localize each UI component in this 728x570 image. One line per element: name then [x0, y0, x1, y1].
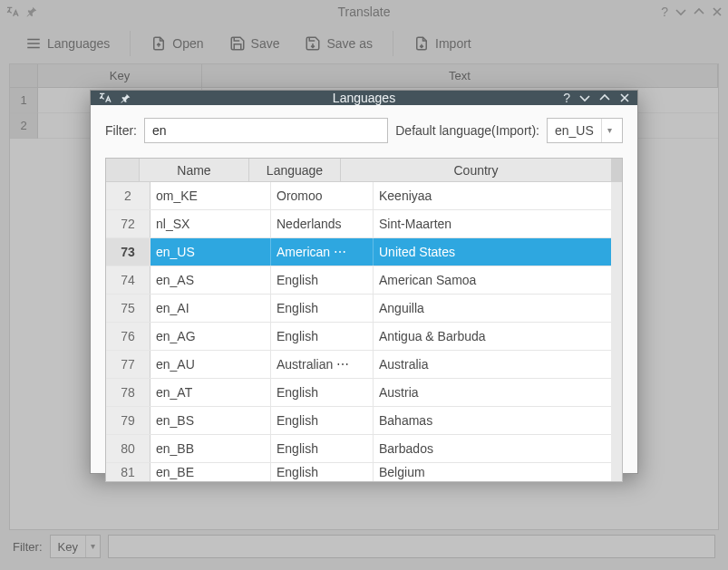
dialog-filter-input[interactable]	[144, 118, 388, 143]
row-number: 80	[106, 435, 150, 462]
row-number: 2	[106, 182, 150, 209]
cell-name: en_AG	[150, 323, 271, 350]
cell-country: Anguilla	[374, 295, 622, 322]
table-row[interactable]: 78en_ATEnglishAustria	[106, 379, 622, 407]
cell-language: English	[271, 323, 374, 350]
table-row[interactable]: 2om_KEOromooKeeniyaa	[106, 182, 622, 210]
row-number: 74	[106, 266, 150, 294]
cell-name: en_AT	[150, 379, 271, 406]
cell-language: Nederlands	[271, 210, 374, 237]
row-number: 76	[106, 323, 150, 350]
pin-icon[interactable]	[120, 92, 131, 104]
cell-name: en_BE	[150, 463, 271, 481]
column-language[interactable]: Language	[249, 159, 341, 182]
row-number: 78	[106, 379, 150, 406]
default-lang-label: Default language(Import):	[395, 123, 539, 138]
row-number: 79	[106, 407, 150, 434]
cell-language: Australian ⋯	[271, 351, 374, 378]
cell-name: om_KE	[150, 182, 271, 209]
close-icon[interactable]	[619, 92, 630, 103]
column-country[interactable]: Country	[341, 159, 611, 182]
cell-language: American ⋯	[271, 238, 374, 266]
dialog-titlebar[interactable]: Languages ?	[91, 91, 637, 105]
cell-country: Belgium	[374, 463, 622, 481]
table-row[interactable]: 73en_USAmerican ⋯United States	[106, 238, 622, 266]
scrollbar-track[interactable]	[611, 159, 622, 182]
table-row[interactable]: 81en_BEEnglishBelgium	[106, 463, 622, 481]
cell-language: English	[271, 407, 374, 434]
cell-country: United States	[374, 238, 622, 266]
table-row[interactable]: 80en_BBEnglishBarbados	[106, 435, 622, 463]
cell-name: en_US	[150, 238, 271, 266]
cell-name: en_AI	[150, 295, 271, 322]
cell-country: Bahamas	[374, 407, 622, 434]
cell-language: English	[271, 463, 374, 481]
cell-name: nl_SX	[150, 210, 271, 237]
row-number: 73	[106, 238, 150, 266]
cell-country: Austria	[374, 379, 622, 406]
table-row[interactable]: 76en_AGEnglishAntigua & Barbuda	[106, 323, 622, 351]
column-name[interactable]: Name	[140, 159, 249, 182]
minimize-icon[interactable]	[579, 92, 590, 103]
cell-country: American Samoa	[374, 266, 622, 294]
languages-table[interactable]: Name Language Country 2om_KEOromooKeeniy…	[105, 158, 623, 482]
table-row[interactable]: 79en_BSEnglishBahamas	[106, 407, 622, 435]
cell-language: English	[271, 295, 374, 322]
cell-country: Antigua & Barbuda	[374, 323, 622, 350]
row-number: 72	[106, 210, 150, 237]
maximize-icon[interactable]	[599, 92, 610, 103]
cell-name: en_AS	[150, 266, 271, 294]
cell-language: English	[271, 379, 374, 406]
table-row[interactable]: 72nl_SXNederlandsSint-Maarten	[106, 210, 622, 238]
chevron-down-icon: ▾	[601, 119, 618, 142]
cell-country: Barbados	[374, 435, 622, 462]
cell-country: Australia	[374, 351, 622, 378]
cell-language: English	[271, 266, 374, 294]
translate-icon	[98, 91, 112, 105]
default-lang-value: en_US	[548, 123, 601, 138]
dialog-title: Languages	[91, 91, 637, 105]
help-icon[interactable]: ?	[563, 92, 570, 104]
cell-country: Sint-Maarten	[374, 210, 622, 237]
cell-language: English	[271, 435, 374, 462]
row-number: 77	[106, 351, 150, 378]
cell-country: Keeniyaa	[374, 182, 622, 209]
table-row[interactable]: 74en_ASEnglishAmerican Samoa	[106, 266, 622, 295]
default-lang-combo[interactable]: en_US ▾	[547, 118, 623, 143]
row-number: 75	[106, 295, 150, 322]
cell-name: en_AU	[150, 351, 271, 378]
cell-name: en_BB	[150, 435, 271, 462]
row-header-corner	[106, 159, 140, 182]
languages-dialog: Languages ? Filter: Default language(Imp…	[90, 90, 638, 474]
row-number: 81	[106, 463, 150, 481]
table-row[interactable]: 77en_AUAustralian ⋯Australia	[106, 351, 622, 379]
cell-language: Oromoo	[271, 182, 374, 209]
modal-overlay: Languages ? Filter: Default language(Imp…	[0, 0, 728, 570]
scrollbar-track[interactable]	[611, 182, 622, 481]
cell-name: en_BS	[150, 407, 271, 434]
dialog-filter-label: Filter:	[105, 123, 137, 138]
table-row[interactable]: 75en_AIEnglishAnguilla	[106, 295, 622, 323]
